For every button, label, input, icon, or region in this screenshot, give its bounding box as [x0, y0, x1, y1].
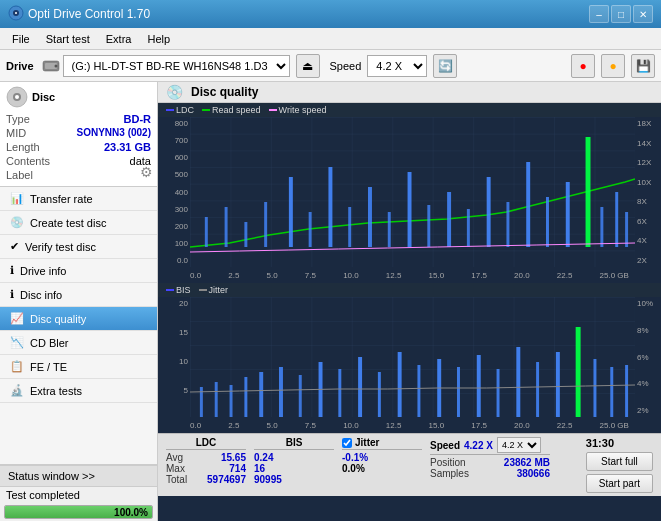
menu-start-test[interactable]: Start test — [38, 31, 98, 47]
ldc-avg-label: Avg — [166, 452, 183, 463]
svg-rect-30 — [586, 137, 591, 247]
verify-test-disc-label: Verify test disc — [25, 241, 96, 253]
svg-point-2 — [15, 12, 17, 14]
jitter-stats-col: Jitter -0.1% 0.0% — [342, 437, 422, 474]
create-test-disc-label: Create test disc — [30, 217, 106, 229]
speed-col-select[interactable]: 4.2 X — [497, 437, 541, 453]
speed-stats-col: Speed 4.22 X 4.2 X Position 23862 MB Sam… — [430, 437, 550, 479]
jitter-col-header: Jitter — [342, 437, 422, 450]
sidebar-item-disc-quality[interactable]: 📈 Disc quality — [0, 307, 157, 331]
jitter-header-label: Jitter — [355, 437, 379, 448]
refresh-button[interactable]: 🔄 — [433, 54, 457, 78]
menu-file[interactable]: File — [4, 31, 38, 47]
top-chart: 800 700 600 500 400 300 200 100 0.0 — [158, 117, 661, 267]
svg-rect-16 — [309, 212, 312, 247]
orange-button[interactable]: ● — [601, 54, 625, 78]
start-part-button[interactable]: Start part — [586, 474, 653, 493]
ldc-header: LDC — [166, 437, 246, 450]
bis-total-row: 90995 — [254, 474, 334, 485]
disc-type-row: Type BD-R — [6, 112, 151, 126]
svg-rect-59 — [625, 365, 628, 417]
top-y-axis-left: 800 700 600 500 400 300 200 100 0.0 — [158, 117, 190, 267]
disc-panel: Disc Type BD-R MID SONYNN3 (002) Length … — [0, 82, 157, 187]
save-button[interactable]: 💾 — [631, 54, 655, 78]
disc-panel-icon — [6, 86, 28, 108]
bottom-y-axis-left: 20 15 10 5 — [158, 297, 190, 417]
svg-rect-25 — [487, 177, 491, 247]
disc-settings-icon[interactable]: ⚙ — [140, 164, 153, 180]
sidebar-item-fe-te[interactable]: 📋 FE / TE — [0, 355, 157, 379]
svg-rect-20 — [388, 212, 391, 247]
disc-type-value: BD-R — [124, 113, 152, 125]
svg-point-8 — [15, 95, 19, 99]
top-chart-inner — [190, 117, 635, 267]
svg-rect-33 — [625, 212, 628, 247]
status-window-button[interactable]: Status window >> — [0, 465, 157, 487]
jitter-checkbox[interactable] — [342, 438, 352, 448]
svg-rect-24 — [467, 209, 470, 247]
svg-rect-52 — [497, 369, 500, 417]
ldc-max-label: Max — [166, 463, 185, 474]
svg-rect-50 — [457, 367, 460, 417]
menu-extra[interactable]: Extra — [98, 31, 140, 47]
sidebar-item-extra-tests[interactable]: 🔬 Extra tests — [0, 379, 157, 403]
jitter-max-value: 0.0% — [342, 463, 365, 474]
svg-rect-14 — [264, 202, 267, 247]
ldc-max-row: Max 714 — [166, 463, 246, 474]
svg-rect-46 — [378, 372, 381, 417]
ldc-max-value: 714 — [229, 463, 246, 474]
eject-button[interactable]: ⏏ — [296, 54, 320, 78]
svg-rect-35 — [190, 297, 635, 417]
sidebar-item-drive-info[interactable]: ℹ Drive info — [0, 259, 157, 283]
disc-label-label: Label — [6, 169, 33, 181]
svg-rect-28 — [546, 197, 549, 247]
window-controls: – □ ✕ — [589, 5, 653, 23]
right-buttons: 31:30 Start full Start part — [586, 437, 653, 493]
disc-type-label: Type — [6, 113, 30, 125]
cd-bler-label: CD Bler — [30, 337, 69, 349]
maximize-button[interactable]: □ — [611, 5, 631, 23]
svg-point-5 — [54, 64, 57, 67]
close-button[interactable]: ✕ — [633, 5, 653, 23]
disc-mid-label: MID — [6, 127, 26, 139]
svg-rect-29 — [566, 182, 570, 247]
disc-contents-label: Contents — [6, 155, 50, 167]
legend-bis: BIS — [166, 285, 191, 295]
disc-mid-value: SONYNN3 (002) — [77, 127, 151, 139]
svg-rect-42 — [299, 375, 302, 417]
position-value: 23862 MB — [504, 457, 550, 468]
svg-rect-18 — [348, 207, 351, 247]
svg-rect-56 — [576, 327, 581, 417]
svg-rect-31 — [600, 207, 603, 247]
sidebar-item-create-test-disc[interactable]: 💿 Create test disc — [0, 211, 157, 235]
speed-select[interactable]: 4.2 X — [367, 55, 427, 77]
progress-bar: 100.0% — [4, 505, 153, 519]
content-area: 💿 Disc quality LDC Read speed Write spee… — [158, 82, 661, 521]
menu-help[interactable]: Help — [139, 31, 178, 47]
sidebar: Disc Type BD-R MID SONYNN3 (002) Length … — [0, 82, 158, 521]
samples-label: Samples — [430, 468, 469, 479]
sidebar-item-transfer-rate[interactable]: 📊 Transfer rate — [0, 187, 157, 211]
svg-rect-58 — [610, 367, 613, 417]
time-row: 31:30 — [586, 437, 653, 449]
svg-rect-26 — [506, 202, 509, 247]
top-y-axis-right: 18X 14X 12X 10X 8X 6X 4X 2X — [635, 117, 661, 267]
red-button[interactable]: ● — [571, 54, 595, 78]
sidebar-item-disc-info[interactable]: ℹ Disc info — [0, 283, 157, 307]
svg-rect-48 — [417, 365, 420, 417]
jitter-max-row: 0.0% — [342, 463, 422, 474]
menu-bar: File Start test Extra Help — [0, 28, 661, 50]
bottom-chart-svg — [190, 297, 635, 417]
minimize-button[interactable]: – — [589, 5, 609, 23]
svg-rect-38 — [230, 385, 233, 417]
svg-rect-23 — [447, 192, 451, 247]
drive-select[interactable]: (G:) HL-DT-ST BD-RE WH16NS48 1.D3 — [63, 55, 290, 77]
verify-test-disc-icon: ✔ — [10, 240, 19, 253]
sidebar-item-cd-bler[interactable]: 📉 CD Bler — [0, 331, 157, 355]
sidebar-item-verify-test-disc[interactable]: ✔ Verify test disc — [0, 235, 157, 259]
start-full-button[interactable]: Start full — [586, 452, 653, 471]
cd-bler-icon: 📉 — [10, 336, 24, 349]
bis-avg-value: 0.24 — [254, 452, 273, 463]
chart-header: 💿 Disc quality — [158, 82, 661, 103]
bottom-stats-bar: LDC Avg 15.65 Max 714 Total 5974697 — [158, 433, 661, 496]
